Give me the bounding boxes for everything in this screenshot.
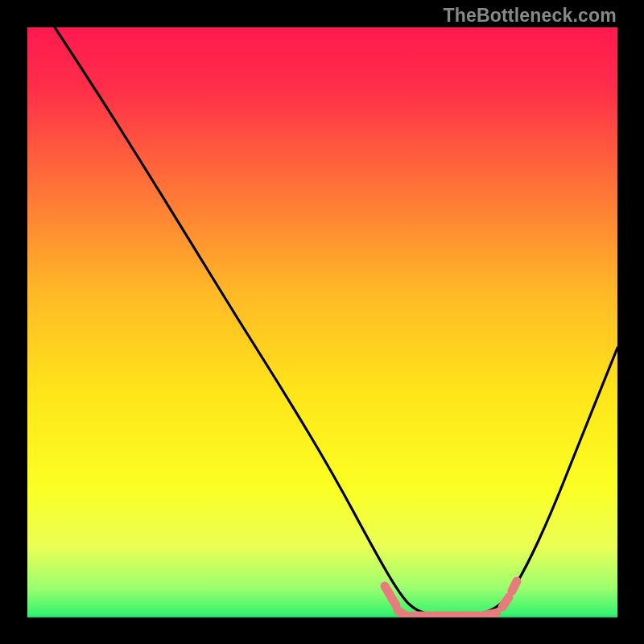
plot-area [27, 27, 617, 617]
watermark-text: TheBottleneck.com [443, 5, 617, 27]
bottleneck-curve [27, 27, 617, 617]
svg-line-8 [512, 581, 517, 591]
svg-line-6 [482, 613, 497, 616]
svg-line-7 [502, 597, 509, 607]
svg-line-1 [385, 586, 396, 605]
chart-frame: TheBottleneck.com [0, 0, 644, 644]
svg-line-2 [398, 610, 406, 616]
